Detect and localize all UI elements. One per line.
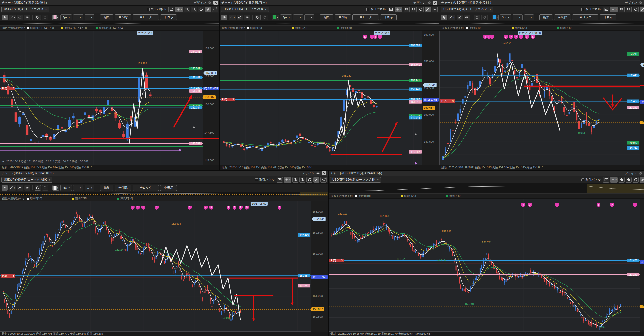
line-width-select[interactable]: 3px [60,185,72,191]
design-button[interactable]: デザイン [625,171,637,175]
chart-area[interactable]: 153.241152.449151.487151.241149.937149.7… [439,31,644,165]
zoom-out-icon[interactable] [626,7,632,12]
cursor-tool[interactable] [441,15,447,20]
design-button[interactable]: デザイン [302,171,314,175]
polyline-tool[interactable] [237,15,243,20]
price-axis[interactable]: 157.500155.000152.500150.000147.500152.8… [422,31,439,165]
undo-icon[interactable] [474,15,480,20]
edit-button[interactable]: 編集 [320,14,333,20]
redo-icon[interactable] [42,185,48,191]
arrow-style-select[interactable]: ↔ [304,14,314,20]
navigator-selection[interactable] [587,184,644,193]
chart-type-icon[interactable] [603,177,609,183]
settings-gear-icon[interactable] [316,171,320,175]
cursor-tool[interactable] [221,15,227,20]
zoom-out-icon[interactable] [626,177,632,183]
price-plot[interactable]: 151.487151.241152.193152.168151.896151.7… [329,199,640,332]
shape-tool[interactable] [24,185,30,191]
add-chart-button[interactable] [175,7,183,12]
refresh-icon[interactable] [306,177,312,183]
zoom-out-icon[interactable] [411,7,417,12]
undo-icon[interactable] [35,185,41,191]
price-axis[interactable]: 売:151.455150.687 [640,199,644,332]
navigator-strip[interactable] [329,184,644,194]
line-width-select[interactable]: 3px [60,14,72,20]
settings-gear-icon[interactable] [208,1,212,5]
draw-pencil-icon[interactable] [425,7,431,12]
chart-type-icon[interactable] [277,177,283,183]
design-button[interactable]: デザイン [625,1,637,5]
zoom-out-icon[interactable] [299,177,305,183]
add-chart-button[interactable] [610,7,618,12]
price-plot[interactable]: 154.741153.241152.449151.487151.241149.9… [0,31,203,165]
hide-button[interactable]: 非表示 [600,14,616,20]
lock-all-button[interactable]: 全ロック [133,185,159,191]
zoom-in-icon[interactable] [619,177,625,183]
cursor-tool[interactable] [2,15,8,20]
symbol-timeframe-select[interactable]: USD/JPY 15分足 ローソク ASK [330,177,381,183]
line-tool[interactable] [229,15,236,20]
arrow-style-select[interactable]: ↔ [524,14,534,20]
trade-panel-checkbox[interactable]: 取引パネル [366,7,386,11]
chart-area[interactable]: 156.552154.741153.241152.449151.487151.2… [220,31,439,165]
trade-panel-checkbox[interactable]: 取引パネル [581,178,601,182]
polyline-tool[interactable] [17,185,23,191]
refresh-icon[interactable] [633,7,639,12]
line-width-select[interactable]: 3px [500,14,511,20]
refresh-icon[interactable] [418,7,424,12]
close-button[interactable] [433,1,437,5]
chart-type-icon[interactable] [603,7,609,12]
draw-color-swatch[interactable] [492,15,499,20]
undo-icon[interactable] [35,15,41,20]
price-plot[interactable]: 153.241152.449151.487151.241149.937149.7… [439,31,640,165]
trade-panel-checkbox[interactable]: 取引パネル [255,178,275,182]
draw-pencil-icon[interactable] [640,7,644,12]
lock-all-button[interactable]: 全ロック [352,14,379,20]
delete-all-button[interactable]: 全削除 [554,14,571,20]
hide-button[interactable]: 非表示 [160,185,177,191]
price-axis[interactable]: 153.000152.500152.000151.000150.500152.8… [311,201,328,332]
draw-color-swatch[interactable] [272,15,279,20]
edit-button[interactable]: 編集 [539,14,553,20]
trade-panel-checkbox[interactable]: 取引パネル [581,7,601,11]
cursor-tool[interactable] [2,185,8,191]
price-axis[interactable]: 155.000152.500150.000147.500145.000152.8… [203,31,219,165]
chart-area[interactable]: 152.449151.487151.241152.614152.147150.9… [0,201,328,332]
refresh-icon[interactable] [198,7,204,12]
settings-gear-icon[interactable] [427,1,431,5]
draw-pencil-icon[interactable] [313,177,319,183]
draw-pencil-icon[interactable] [205,7,211,12]
close-button[interactable] [213,1,218,5]
lock-all-button[interactable]: 全ロック [133,14,159,20]
line-tool[interactable] [9,15,16,20]
price-axis[interactable]: 152.834売:151.455150.687 [640,31,644,165]
line-style-select[interactable]: — [73,14,83,20]
chart-area[interactable]: 151.487151.241152.193152.168151.896151.7… [329,199,644,332]
settings-gear-icon[interactable] [639,171,643,175]
zoom-in-icon[interactable] [184,7,190,12]
add-chart-button[interactable] [610,177,618,183]
zoom-in-icon[interactable] [619,7,625,12]
symbol-timeframe-select[interactable]: USD/JPY 週足 ローソク ASK [1,7,49,12]
polyline-tool[interactable] [17,15,23,20]
shape-tool[interactable] [464,15,470,20]
price-plot[interactable]: 156.552154.741153.241152.449151.487151.2… [220,31,422,165]
refresh-icon[interactable] [633,177,639,183]
chart-type-icon[interactable] [388,7,394,12]
polyline-tool[interactable] [457,15,463,20]
zoom-out-icon[interactable] [191,7,197,12]
design-button[interactable]: デザイン [194,1,206,5]
zoom-in-icon[interactable] [292,177,298,183]
add-chart-button[interactable] [395,7,403,12]
navigator-strip[interactable] [0,22,219,26]
redo-icon[interactable] [262,15,268,20]
settings-gear-icon[interactable] [639,1,643,5]
undo-icon[interactable] [255,15,261,20]
line-tool[interactable] [9,185,16,191]
draw-color-swatch[interactable] [52,185,59,191]
design-button[interactable]: デザイン [413,1,426,5]
draw-pencil-icon[interactable] [640,177,644,183]
zoom-in-icon[interactable] [404,7,410,12]
line-width-select[interactable]: 3px [280,14,292,20]
navigator-strip[interactable] [0,192,328,196]
